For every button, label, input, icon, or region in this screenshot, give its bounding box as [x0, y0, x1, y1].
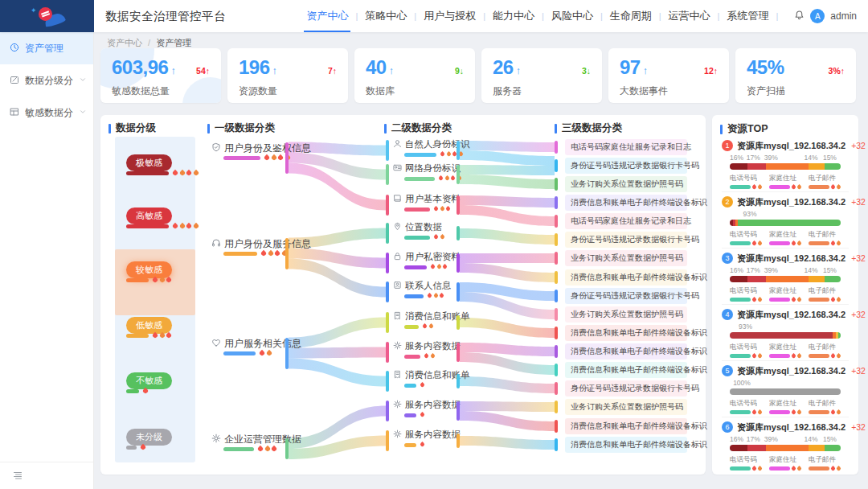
category-bar	[404, 208, 430, 212]
tag-text: 护照号码	[651, 309, 683, 320]
resource-tag: 电子邮件	[809, 343, 841, 358]
sankey-node-level2-out[interactable]	[457, 374, 460, 388]
resource-name: 资源库mysql_192.168.34.2	[737, 140, 845, 152]
sankey-node-level2-out[interactable]	[457, 165, 460, 184]
sankey-node-level3[interactable]	[555, 382, 558, 395]
nav-item-3[interactable]: 用户与授权	[416, 0, 483, 32]
sankey-node-level2-out[interactable]	[457, 401, 460, 421]
sankey-node-level2-in[interactable]	[386, 312, 389, 333]
flame-icon	[751, 240, 757, 246]
sankey-node-level1[interactable]	[285, 438, 289, 459]
tag-bar-row	[730, 410, 762, 414]
tag-text: 身份证号码	[571, 383, 611, 394]
sankey-node-level3[interactable]	[555, 233, 558, 246]
tag-text: 电子邮件	[627, 421, 659, 432]
tag-text: 银行卡号码	[659, 290, 699, 302]
nav-item-1[interactable]: 资产中心	[299, 0, 355, 32]
sankey-node-level3[interactable]	[555, 401, 558, 413]
sankey-node-level3[interactable]	[555, 196, 558, 209]
sensitivity-badge-5[interactable]: 不敏感	[126, 372, 172, 389]
sankey-node-level2-in[interactable]	[386, 430, 389, 451]
resource-top-item-6[interactable]: 6资源库mysql_192.168.34.2+3216%17%39%14%15%…	[722, 421, 849, 474]
sidebar-item-3[interactable]: 敏感数据分布	[0, 97, 93, 129]
tag-bar	[730, 354, 751, 358]
sankey-node-level3[interactable]	[555, 159, 558, 172]
nav-item-8[interactable]: 系统管理	[719, 0, 776, 32]
sensitivity-badge-1[interactable]: 极敏感	[126, 154, 172, 171]
sankey-node-level3[interactable]	[555, 420, 558, 433]
flame-icons	[423, 324, 433, 328]
sankey-node-level3[interactable]	[555, 252, 558, 265]
sankey-node-level3[interactable]	[555, 290, 558, 302]
sankey-node-level2-out[interactable]	[457, 343, 460, 362]
sensitivity-badge-6[interactable]: 未分级	[126, 429, 172, 446]
resource-top-item-2[interactable]: 2资源库mysql_192.168.34.2+3293%电话号码家庭住址电子邮件	[722, 195, 849, 249]
sankey-node-level2-out[interactable]	[457, 434, 460, 448]
sankey-node-level1[interactable]	[285, 238, 289, 269]
flame-icon	[796, 353, 802, 359]
sankey-node-level3[interactable]	[555, 141, 558, 154]
sankey-node-level2-in[interactable]	[386, 371, 389, 392]
tag-label: 电子邮件	[809, 230, 841, 240]
tag-bar	[730, 241, 751, 245]
sensitivity-badge-2[interactable]: 高敏感	[126, 208, 172, 224]
sankey-ribbon	[289, 359, 386, 387]
sankey-node-level3[interactable]	[555, 327, 558, 339]
sankey-node-level2-in[interactable]	[386, 281, 389, 302]
title-tick	[207, 124, 210, 134]
sankey-node-level2-in[interactable]	[386, 164, 389, 185]
bar-segment	[730, 332, 833, 339]
resource-top-item-3[interactable]: 3资源库mysql_192.168.34.2+3216%17%39%14%15%…	[722, 252, 849, 305]
sankey-node-level3[interactable]	[555, 271, 558, 284]
resource-top-item-5[interactable]: 5资源库mysql_192.168.34.2+32100%电话号码家庭住址电子邮…	[722, 364, 849, 417]
sankey-node-level2-in[interactable]	[386, 401, 389, 421]
sankey-node-level3[interactable]	[555, 178, 558, 191]
resource-top-title: 资源TOP	[720, 122, 768, 136]
level2-label-text: 消费信息和账单	[405, 369, 470, 381]
flame-icon	[450, 175, 456, 181]
sensitivity-badge-4[interactable]: 低敏感	[126, 317, 172, 334]
sankey-node-level2-in[interactable]	[386, 195, 389, 216]
resource-top-item-1[interactable]: 1资源库mysql_192.168.34.2+3216%17%39%14%15%…	[722, 139, 849, 192]
nav-item-6[interactable]: 生命周期	[603, 0, 659, 32]
sankey-node-level1[interactable]	[285, 338, 289, 369]
sankey-node-level3[interactable]	[555, 438, 558, 451]
sankey-node-level2-in[interactable]	[386, 140, 389, 161]
bar-segment	[825, 276, 841, 282]
sidebar-item-1[interactable]: 资产管理	[0, 32, 93, 64]
notification-bell-icon[interactable]	[794, 9, 805, 23]
tag-bar-row	[730, 185, 762, 189]
bar-segment	[809, 445, 824, 451]
sankey-node-level2-in[interactable]	[386, 342, 389, 363]
sankey-node-level2-in[interactable]	[386, 223, 389, 244]
sidebar-item-2[interactable]: 数据分级分类管理	[0, 64, 93, 97]
sankey-node-level2-out[interactable]	[457, 195, 460, 215]
sankey-node-level2-out[interactable]	[457, 226, 460, 240]
sankey-node-level2-out[interactable]	[457, 315, 460, 330]
nav-item-7[interactable]: 运营中心	[661, 0, 718, 32]
level1-label-1: 用户身份及鉴权信息	[211, 142, 311, 155]
tag-label: 电子邮件	[809, 343, 841, 352]
flame-icon	[433, 206, 439, 212]
sankey-node-level3[interactable]	[555, 345, 558, 358]
collapse-sidebar-icon[interactable]	[13, 469, 23, 483]
nav-item-2[interactable]: 策略中心	[358, 0, 414, 32]
sankey-node-level2-in[interactable]	[386, 253, 389, 273]
user-avatar[interactable]: A	[810, 9, 825, 23]
sankey-node-level3[interactable]	[555, 308, 558, 321]
flame-icon	[257, 446, 264, 452]
shield-check-icon	[211, 142, 221, 154]
resource-top-item-4[interactable]: 4资源库mysql_192.168.34.2+3293%电话号码家庭住址电子邮件	[722, 308, 849, 361]
stat-card-1: 603,96↑54↑敏感数据总量	[100, 48, 221, 103]
sankey-node-level1[interactable]	[285, 142, 289, 174]
sankey-node-level3[interactable]	[555, 215, 558, 228]
sankey-node-level2-out[interactable]	[457, 141, 460, 160]
sankey-node-level3[interactable]	[555, 364, 558, 376]
breadcrumb-parent[interactable]: 资产中心	[107, 38, 142, 47]
nav-item-5[interactable]: 风险中心	[544, 0, 600, 32]
title-tick	[720, 125, 723, 134]
sensitivity-badge-3[interactable]: 较敏感	[126, 261, 172, 278]
nav-item-4[interactable]: 能力中心	[485, 0, 542, 32]
sankey-node-level2-out[interactable]	[457, 253, 460, 273]
sankey-node-level2-out[interactable]	[457, 282, 460, 302]
